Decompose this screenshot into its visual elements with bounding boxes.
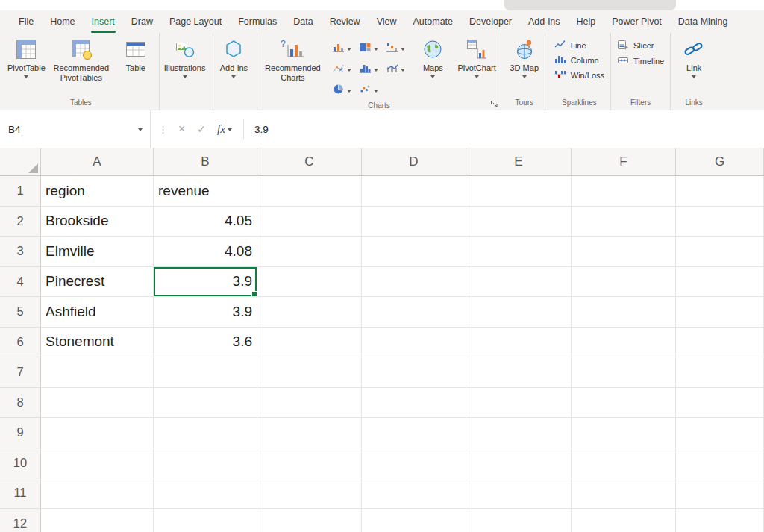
cell-F4[interactable] [572,267,676,298]
recommended-pivottables-button[interactable]: Recommended PivotTables [48,34,114,97]
insert-line-chart-button[interactable] [330,60,354,79]
cell-D7[interactable] [362,357,466,388]
cell-D4[interactable] [362,267,466,298]
cell-E4[interactable] [466,267,572,298]
table-button[interactable]: Table [114,34,157,97]
cell-E6[interactable] [466,328,572,358]
pivotchart-button[interactable]: PivotChart [454,34,498,100]
cell-F1[interactable] [572,176,676,207]
cell-C5[interactable] [257,297,362,328]
cell-D8[interactable] [362,388,466,419]
cell-E3[interactable] [466,237,572,267]
insert-statistic-chart-button[interactable] [357,60,381,79]
cell-F7[interactable] [572,357,676,388]
cell-F8[interactable] [572,388,676,419]
cell-B4[interactable]: 3.9 [154,267,257,298]
cell-B10[interactable] [154,448,257,479]
cell-C3[interactable] [257,237,362,267]
addins-button[interactable]: Add-ins [212,34,255,97]
cell-G9[interactable] [676,418,764,448]
cell-C12[interactable] [257,509,362,532]
row-header-4[interactable]: 4 [0,267,41,298]
cell-A10[interactable] [41,448,154,479]
slicer-button[interactable]: Slicer [617,40,664,51]
column-header-E[interactable]: E [466,148,572,176]
charts-dialog-launcher[interactable] [489,99,498,108]
cell-E1[interactable] [466,176,572,207]
timeline-button[interactable]: Timeline [617,55,664,67]
cell-E10[interactable] [466,448,572,479]
cell-D10[interactable] [362,448,466,479]
row-header-11[interactable]: 11 [0,478,41,509]
illustrations-button[interactable]: Illustrations [161,34,209,97]
cell-B9[interactable] [154,418,257,448]
tab-insert[interactable]: Insert [84,10,123,33]
cell-C11[interactable] [257,478,362,509]
recommended-charts-button[interactable]: ? Recommended Charts [259,34,326,100]
cell-D3[interactable] [362,237,466,267]
row-header-12[interactable]: 12 [0,509,41,532]
sparkline-winloss-button[interactable]: Win/Loss [554,69,604,81]
cancel-entry-button[interactable]: × [172,122,191,136]
cell-B8[interactable] [154,388,257,419]
column-header-A[interactable]: A [41,148,154,176]
cell-G11[interactable] [676,478,764,509]
cell-A1[interactable]: region [41,176,154,207]
cell-F3[interactable] [572,237,676,267]
cell-G5[interactable] [676,297,764,328]
row-header-5[interactable]: 5 [0,297,41,328]
cell-G12[interactable] [676,509,764,532]
tab-automate[interactable]: Automate [405,10,462,33]
tab-file[interactable]: File [10,10,42,33]
insert-waterfall-chart-button[interactable] [383,39,407,58]
cell-A12[interactable] [41,509,154,532]
tab-power-pivot[interactable]: Power Pivot [604,10,670,33]
tab-page-layout[interactable]: Page Layout [161,10,230,33]
column-header-G[interactable]: G [676,148,764,176]
cell-B5[interactable]: 3.9 [154,297,257,328]
cell-D5[interactable] [362,297,466,328]
insert-scatter-chart-button[interactable] [357,81,381,100]
select-all-button[interactable] [0,148,41,176]
link-button[interactable]: Link [672,34,716,97]
cell-D12[interactable] [362,509,466,532]
row-header-9[interactable]: 9 [0,418,41,448]
cell-B1[interactable]: revenue [154,176,257,207]
cell-B6[interactable]: 3.6 [154,328,257,358]
tab-review[interactable]: Review [322,10,369,33]
cell-C2[interactable] [257,207,362,237]
cell-F2[interactable] [572,207,676,237]
cell-E9[interactable] [466,418,572,448]
cell-D9[interactable] [362,418,466,448]
insert-function-button[interactable]: fx [212,123,237,136]
cell-E12[interactable] [466,509,572,532]
row-header-7[interactable]: 7 [0,357,41,388]
name-box[interactable]: B4 [0,110,151,148]
row-header-10[interactable]: 10 [0,448,41,479]
cell-G10[interactable] [676,448,764,479]
column-header-F[interactable]: F [572,148,676,176]
cell-A2[interactable]: Brookside [41,207,154,237]
cell-G1[interactable] [676,176,764,207]
tab-data-mining[interactable]: Data Mining [670,10,736,33]
cell-A9[interactable] [41,418,154,448]
cell-C1[interactable] [257,176,362,207]
sparkline-column-button[interactable]: Column [554,54,604,66]
cell-G2[interactable] [676,207,764,237]
insert-combo-chart-button[interactable] [383,60,407,79]
tab-add-ins[interactable]: Add-ins [520,10,568,33]
cell-A8[interactable] [41,388,154,419]
cell-B7[interactable] [154,357,257,388]
cell-F11[interactable] [572,478,676,509]
cell-F12[interactable] [572,509,676,532]
tab-help[interactable]: Help [568,10,604,33]
row-header-1[interactable]: 1 [0,176,41,207]
cell-F9[interactable] [572,418,676,448]
cell-D11[interactable] [362,478,466,509]
insert-pie-chart-button[interactable] [330,81,354,100]
cell-B11[interactable] [154,478,257,509]
column-header-D[interactable]: D [362,148,466,176]
cell-G8[interactable] [676,388,764,419]
cell-D1[interactable] [362,176,466,207]
insert-column-chart-button[interactable] [330,39,354,58]
